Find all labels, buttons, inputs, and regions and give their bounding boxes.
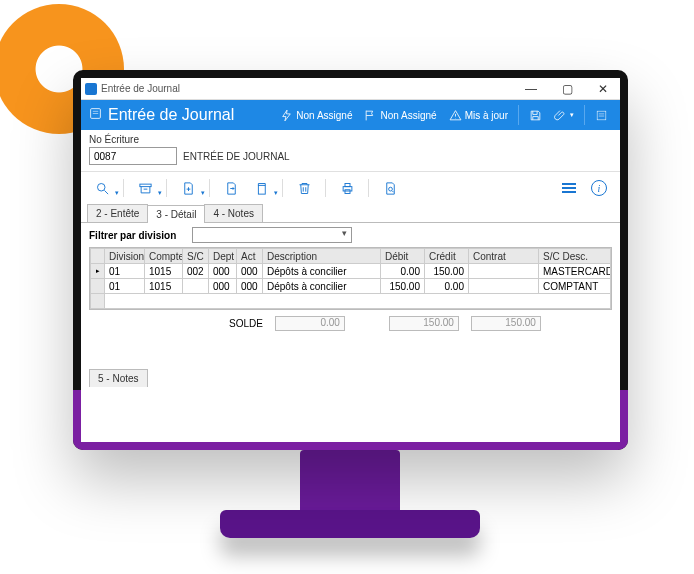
report-icon (383, 181, 398, 196)
col-description[interactable]: Description (263, 249, 381, 264)
header-menu-button[interactable] (591, 107, 612, 124)
svg-rect-13 (345, 183, 350, 186)
hamburger-button[interactable] (556, 176, 582, 200)
close-button[interactable]: ✕ (590, 82, 616, 96)
header-non-assigne-2[interactable]: Non Assigné (360, 107, 440, 124)
report-button[interactable] (377, 176, 403, 200)
info-button[interactable]: i (586, 176, 612, 200)
svg-line-7 (104, 190, 108, 194)
print-button[interactable] (334, 176, 360, 200)
search-button[interactable] (89, 176, 115, 200)
tab-notes[interactable]: 4 - Notes (204, 204, 263, 222)
header-attach-button[interactable]: ▾ (550, 107, 578, 124)
app-header-icon (89, 106, 102, 124)
page-arrow-icon (224, 181, 239, 196)
toolbar: i (81, 172, 620, 204)
table-row[interactable]: 01 1015 000 000 Dépôts à concilier 150.0… (91, 279, 611, 294)
ecriture-label: No Écriture (81, 130, 620, 145)
print-icon (340, 181, 355, 196)
copy-icon (254, 181, 269, 196)
form-icon (595, 109, 608, 122)
filter-label: Filtrer par division (89, 230, 176, 241)
trash-icon (297, 181, 312, 196)
svg-rect-8 (139, 184, 150, 187)
delete-button[interactable] (291, 176, 317, 200)
window-titlebar: Entrée de Journal — ▢ ✕ (81, 78, 620, 100)
hamburger-icon (562, 183, 576, 193)
detail-grid: Division Compte S/C Dept Act Description… (89, 247, 612, 310)
copy-button[interactable] (248, 176, 274, 200)
svg-point-6 (97, 183, 105, 191)
col-contrat[interactable]: Contrat (469, 249, 539, 264)
page-title: Entrée de Journal (108, 106, 234, 124)
new-button[interactable] (175, 176, 201, 200)
export-button[interactable] (218, 176, 244, 200)
tab-entete[interactable]: 2 - Entête (87, 204, 148, 222)
col-act[interactable]: Act (237, 249, 263, 264)
flag-icon (364, 109, 377, 122)
col-debit[interactable]: Débit (381, 249, 425, 264)
svg-line-16 (392, 191, 393, 192)
solde-value: 0.00 (275, 316, 345, 331)
bottom-tab-notes[interactable]: 5 - Notes (89, 369, 148, 387)
entry-type-label: ENTRÉE DE JOURNAL (183, 151, 290, 162)
paperclip-icon (554, 109, 567, 122)
col-dept[interactable]: Dept (209, 249, 237, 264)
window-title: Entrée de Journal (101, 83, 180, 94)
table-row[interactable]: ▸ 01 1015 002 000 000 Dépôts à concilier… (91, 264, 611, 279)
minimize-button[interactable]: — (518, 82, 544, 96)
col-sc[interactable]: S/C (183, 249, 209, 264)
division-filter-select[interactable] (192, 227, 352, 243)
svg-rect-3 (597, 111, 606, 120)
total-debit: 150.00 (389, 316, 459, 331)
app-icon (85, 83, 97, 95)
save-icon (529, 109, 542, 122)
archive-button[interactable] (132, 176, 158, 200)
warning-icon (449, 109, 462, 122)
header-non-assigne-1[interactable]: Non Assigné (276, 107, 356, 124)
tab-detail[interactable]: 3 - Détail (147, 205, 205, 223)
archive-icon (138, 181, 153, 196)
header-mis-a-jour[interactable]: Mis à jour (445, 107, 512, 124)
info-icon: i (591, 180, 607, 196)
app-header: Entrée de Journal Non Assigné Non Assign… (81, 100, 620, 130)
new-page-icon (181, 181, 196, 196)
col-credit[interactable]: Crédit (425, 249, 469, 264)
row-marker: ▸ (91, 264, 105, 279)
total-credit: 150.00 (471, 316, 541, 331)
search-icon (95, 181, 110, 196)
svg-point-15 (388, 187, 392, 191)
header-save-button[interactable] (525, 107, 546, 124)
col-scdesc[interactable]: S/C Desc. (539, 249, 611, 264)
svg-rect-12 (343, 186, 352, 190)
svg-rect-11 (258, 185, 265, 194)
maximize-button[interactable]: ▢ (554, 82, 580, 96)
lightning-icon (280, 109, 293, 122)
ecriture-number-input[interactable] (89, 147, 177, 165)
solde-label: SOLDE (229, 318, 263, 329)
col-division[interactable]: Division (105, 249, 145, 264)
svg-rect-14 (345, 189, 350, 193)
col-compte[interactable]: Compte (145, 249, 183, 264)
